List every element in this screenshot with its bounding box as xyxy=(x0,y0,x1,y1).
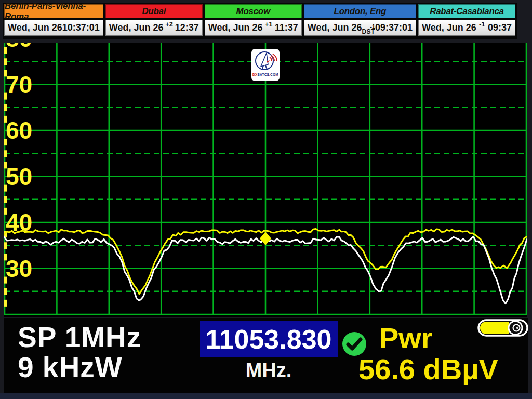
time-text: 12:37 xyxy=(175,22,199,33)
power-toggle[interactable] xyxy=(477,318,529,337)
city-label-london: London, Eng xyxy=(304,4,416,18)
date-text: Wed, Jun 26 xyxy=(422,22,476,33)
clock-cell-dubai: Dubai Wed, Jun 26 +2 12:37 xyxy=(105,4,203,36)
clock-time-berlin: Wed, Jun 26 10:37:01 xyxy=(4,20,103,36)
bottom-edge-strip xyxy=(0,393,532,399)
clock-cell-moscow: Moscow Wed, Jun 26 +1 11:37 xyxy=(205,4,302,36)
dxsatcs-logo: DXSATCS.COM xyxy=(251,49,280,81)
span-setting: SP 1MHz xyxy=(18,322,141,352)
satellite-dish-icon xyxy=(254,50,277,73)
time-text: 11:37 xyxy=(275,22,298,33)
y-axis-label: 60 xyxy=(6,117,32,144)
clock-cell-berlin: Berlin-Paris-Vienna-Roma Wed, Jun 26 10:… xyxy=(4,4,103,36)
y-axis-tick xyxy=(4,58,7,65)
date-text: Wed, Jun 26 xyxy=(109,22,164,33)
logo-caption: DXSATCS.COM xyxy=(252,73,278,76)
clock-cell-london: London, Eng Wed, Jun 26 -1 DST 09:37:01 xyxy=(304,4,416,36)
date-text: Wed, Jun 26 xyxy=(308,22,362,33)
utc-offset: -1 xyxy=(479,20,485,28)
rbw-setting: 9 kHzW xyxy=(18,352,123,382)
y-axis-tick xyxy=(4,150,7,157)
time-text: 09:37 xyxy=(488,22,512,33)
analyzer-screen: Berlin-Paris-Vienna-Roma Wed, Jun 26 10:… xyxy=(0,0,532,399)
y-axis-tick xyxy=(4,196,7,203)
y-axis-label: 70 xyxy=(6,71,32,98)
readout-panel: SP 1MHz 9 kHzW 11053.830 MHz. Pwr 56.6 d… xyxy=(4,318,528,393)
utc-offset: +1 xyxy=(265,20,273,28)
city-label-berlin: Berlin-Paris-Vienna-Roma xyxy=(4,4,103,18)
clock-time-london: Wed, Jun 26 -1 DST 09:37:01 xyxy=(304,20,416,36)
time-text: 09:37:01 xyxy=(375,22,413,33)
frequency-unit-label: MHz. xyxy=(200,360,338,382)
clock-time-dubai: Wed, Jun 26 +2 12:37 xyxy=(105,20,203,36)
y-axis-tick xyxy=(4,242,7,249)
frequency-input[interactable]: 11053.830 xyxy=(200,321,338,357)
clock-time-moscow: Wed, Jun 26 +1 11:37 xyxy=(205,20,302,36)
power-label: Pwr xyxy=(379,321,433,355)
world-clock-bar: Berlin-Paris-Vienna-Roma Wed, Jun 26 10:… xyxy=(4,4,515,36)
city-label-moscow: Moscow xyxy=(205,4,302,18)
spectrum-display: 807060504030 DXSATCS.COM xyxy=(4,43,527,317)
clock-time-rabat: Wed, Jun 26 -1 09:37 xyxy=(418,20,515,36)
y-axis-label: 50 xyxy=(6,163,32,190)
utc-offset: +2 xyxy=(165,20,173,28)
clock-cell-rabat: Rabat-Casablanca Wed, Jun 26 -1 09:37 xyxy=(418,4,515,36)
city-label-dubai: Dubai xyxy=(105,4,203,18)
dst-indicator: -1 DST xyxy=(362,24,375,34)
y-axis-tick xyxy=(4,288,7,295)
y-axis-label: 30 xyxy=(6,255,32,282)
y-axis-tick xyxy=(4,104,7,111)
dst-label: DST xyxy=(362,29,375,34)
y-axis-label: 80 xyxy=(6,43,32,52)
y-axis-tick xyxy=(4,300,7,307)
power-value: 56.6 dBµV xyxy=(358,352,498,386)
date-text: Wed, Jun 26 xyxy=(8,22,62,33)
time-text: 10:37:01 xyxy=(62,22,100,33)
spectrum-chart: 807060504030 xyxy=(4,43,527,317)
city-label-rabat: Rabat-Casablanca xyxy=(418,4,515,18)
marker-diamond xyxy=(260,232,271,245)
date-text: Wed, Jun 26 xyxy=(208,22,263,33)
